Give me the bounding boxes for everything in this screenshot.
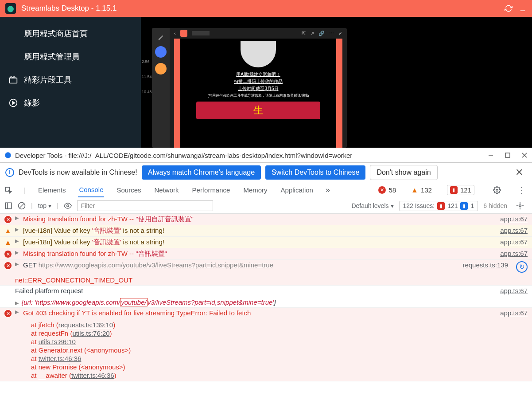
source-link[interactable]: app.ts:67 [500, 238, 528, 246]
popout-icon[interactable]: ⇱ [302, 31, 306, 36]
svg-point-16 [519, 205, 521, 207]
settings-icon[interactable] [493, 186, 501, 194]
source-link[interactable]: app.ts:67 [500, 309, 528, 317]
log-row-error: ✕ ▶ GET https://www.googleapis.com/youtu… [0, 260, 532, 286]
tab-application[interactable]: Application [280, 183, 314, 197]
expand-icon[interactable]: ▶ [15, 250, 19, 255]
sidebar-toggle-icon[interactable] [4, 202, 12, 210]
source-link[interactable]: requests.ts:139 [462, 261, 508, 269]
log-row-info: Failed platform request app.ts:67 ▶ {url… [0, 286, 532, 308]
tab-memory[interactable]: Memory [242, 183, 268, 197]
eye-icon[interactable] [64, 202, 72, 210]
close-button[interactable] [521, 152, 528, 158]
warning-icon: ▲ [4, 239, 12, 246]
avatar[interactable] [155, 63, 167, 75]
play-circle-icon [9, 98, 18, 107]
expand-icon[interactable]: ▶ [15, 309, 19, 315]
tab-performance[interactable]: Performance [191, 183, 231, 197]
log-row-error: ✕ ▶ Got 403 checking if YT is enabled fo… [0, 308, 532, 381]
stack-trace: at jfetch (requests.ts:139:10) at reques… [4, 321, 528, 380]
context-selector[interactable]: top▾ [38, 202, 51, 209]
error-icon: ✕ [4, 216, 12, 223]
back-icon[interactable]: ‹ [174, 31, 176, 36]
filter-input[interactable] [77, 200, 213, 211]
source-link[interactable]: requests.ts:139:10 [58, 321, 113, 329]
check-icon[interactable]: ✓ [338, 31, 342, 36]
sidebar-item-label: 應用程式商店首頁 [24, 28, 88, 39]
source-link[interactable]: twitter.ts:46:36 [39, 355, 82, 362]
svg-point-15 [67, 205, 69, 207]
log-row-error: ✕ ▶ Missing translation found for zh-TW … [0, 214, 532, 225]
devtools-window: Developer Tools - file:///J:/_ALL/CODE/g… [0, 148, 532, 400]
retry-icon[interactable]: ↻ [516, 261, 528, 273]
maximize-button[interactable] [505, 152, 511, 158]
source-link[interactable]: app.ts:67 [500, 215, 528, 223]
sidebar-item-store[interactable]: 應用程式商店首頁 [0, 22, 141, 45]
match-language-button[interactable]: Always match Chrome's language [142, 165, 261, 180]
kebab-menu-icon[interactable]: ⋮ [516, 185, 528, 195]
source-link[interactable]: utils.ts:76:20 [72, 329, 109, 337]
expand-icon[interactable]: ▶ [15, 238, 19, 244]
expand-icon[interactable]: ▶ [15, 215, 19, 221]
svg-point-10 [496, 189, 498, 191]
sidebar-item-manager[interactable]: 應用程式管理員 [0, 45, 141, 68]
link-icon[interactable]: 🔗 [318, 31, 325, 36]
refresh-icon[interactable] [505, 4, 513, 12]
sidebar-item-highlighter[interactable]: 精彩片段工具 [0, 68, 141, 91]
minimize-icon[interactable] [519, 4, 527, 12]
expand-icon[interactable]: ▶ [15, 261, 19, 267]
chat-header: ‹ ⇱ ↗ 🔗 ⋯ ✓ [170, 28, 347, 39]
sidebar-item-record[interactable]: 錄影 [0, 91, 141, 114]
issues-count-badge[interactable]: ▮121 [447, 185, 474, 195]
tab-console[interactable]: Console [78, 183, 104, 197]
log-row-warning: ▲ ▶ [vue-i18n] Value of key '音訊裝置' is no… [0, 237, 532, 248]
url-link[interactable]: https://www.googleapis.com/youtube/v3/li… [39, 261, 273, 269]
tab-network[interactable]: Network [154, 183, 180, 197]
header-name-placeholder [192, 31, 210, 35]
error-icon: ✕ [4, 310, 12, 317]
source-link[interactable]: twitter.ts:46:36 [71, 372, 114, 379]
compose-icon[interactable] [158, 35, 164, 41]
source-link[interactable]: app.ts:67 [500, 287, 528, 294]
clear-console-icon[interactable] [18, 202, 26, 210]
sidebar: 應用程式商店首頁 應用程式管理員 精彩片段工具 錄影 [0, 17, 141, 148]
source-link[interactable]: utils.ts:86:10 [39, 338, 76, 345]
share-icon[interactable]: ↗ [310, 31, 314, 36]
dont-show-button[interactable]: Don't show again [370, 165, 437, 180]
preview-area: ‹ ⇱ ↗ 🔗 ⋯ ✓ 用AI助我建立形象吧！ 扫描二维码上传你的作品 上传时间… [141, 17, 532, 148]
language-banner: i DevTools is now available in Chinese! … [0, 163, 532, 182]
devtools-tabs: | Elements Console Sources Network Perfo… [0, 182, 532, 198]
clapper-icon [9, 75, 18, 84]
source-link[interactable]: app.ts:67 [500, 227, 528, 234]
more-tabs-icon[interactable]: » [326, 185, 330, 195]
tab-elements[interactable]: Elements [37, 183, 67, 197]
more-icon[interactable]: ⋯ [329, 31, 334, 36]
svg-point-4 [5, 152, 11, 158]
error-count-badge[interactable]: ✕58 [378, 186, 396, 194]
window-title: Streamlabs Desktop - 1.15.1 [21, 4, 505, 13]
console-body[interactable]: ✕ ▶ Missing translation found for zh-TW … [0, 214, 532, 400]
expand-icon[interactable]: ▶ [15, 227, 19, 232]
chat-main: ‹ ⇱ ↗ 🔗 ⋯ ✓ 用AI助我建立形象吧！ 扫描二维码上传你的作品 上传时间… [170, 28, 347, 148]
switch-chinese-button[interactable]: Switch DevTools to Chinese [265, 165, 365, 180]
chat-sidebar [152, 28, 170, 148]
warning-icon: ▲ [4, 227, 12, 235]
console-settings-icon[interactable] [516, 202, 524, 210]
banner-close-icon[interactable]: ✕ [512, 167, 527, 178]
promo-card: 生 [196, 102, 320, 119]
promo-line2: 扫描二维码上传你的作品 [234, 78, 283, 85]
tab-sources[interactable]: Sources [116, 183, 142, 197]
warning-count-badge[interactable]: ▲132 [411, 186, 432, 194]
devtools-titlebar: Developer Tools - file:///J:/_ALL/CODE/g… [0, 148, 532, 163]
source-link[interactable]: app.ts:67 [500, 250, 528, 257]
issues-box[interactable]: 122 Issues: ▮121 ▮1 [399, 201, 478, 211]
sidebar-item-label: 應用程式管理員 [24, 51, 80, 62]
inspect-icon[interactable] [4, 186, 12, 194]
log-levels-selector[interactable]: Default levels▾ [351, 202, 393, 209]
minimize-button[interactable] [488, 152, 494, 158]
hidden-count[interactable]: 6 hidden [483, 202, 507, 209]
log-object[interactable]: ▶ {url: 'https://www.googleapis.com/yout… [4, 298, 528, 306]
avatar[interactable] [155, 46, 167, 58]
devtools-title: Developer Tools - file:///J:/_ALL/CODE/g… [15, 152, 484, 159]
promo-image [241, 41, 276, 67]
